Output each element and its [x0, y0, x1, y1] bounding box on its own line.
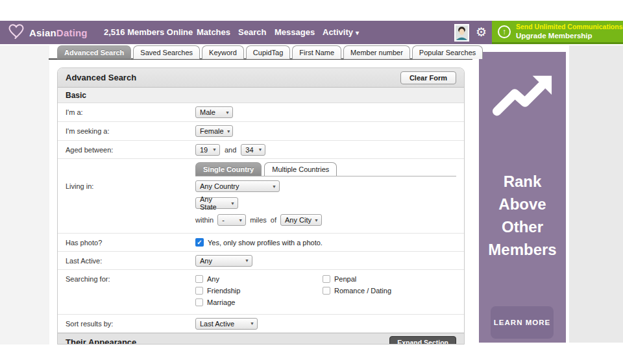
- seeking-select[interactable]: Female ▼: [195, 125, 233, 137]
- checkbox-penpal[interactable]: [323, 275, 330, 283]
- within-label: within: [195, 216, 214, 224]
- searching-for-column-1: Any Friendship Marriage: [195, 275, 323, 306]
- dropdown-arrow-icon: ▼: [225, 110, 230, 115]
- searching-for-row: Searching for: Any Friendship Marriage: [58, 270, 464, 315]
- upgrade-arrow-icon: ↑: [498, 25, 511, 38]
- country-select[interactable]: Any Country ▼: [195, 180, 280, 192]
- rank-above-members-ad[interactable]: Rank Above Other Members LEARN MORE: [479, 52, 566, 343]
- nav-search[interactable]: Search: [238, 21, 266, 44]
- tab-popular-searches[interactable]: Popular Searches: [412, 45, 483, 59]
- im-a-label: I'm a:: [66, 108, 195, 116]
- within-miles-row: within - ▼ miles of Any City ▼: [195, 214, 322, 226]
- dropdown-arrow-icon: ▼: [245, 258, 249, 263]
- has-photo-label: Has photo?: [66, 239, 195, 247]
- has-photo-checkbox[interactable]: ✓: [195, 238, 204, 247]
- ad-headline: Rank Above Other Members: [479, 170, 566, 261]
- tab-first-name[interactable]: First Name: [292, 45, 341, 59]
- country-mode-tab-bar: Single Country Multiple Countries: [195, 162, 456, 176]
- dropdown-arrow-icon: ▼: [250, 321, 254, 326]
- sort-results-select[interactable]: Last Active ▼: [195, 318, 258, 330]
- section-their-appearance-header: Their Appearance Expand Section: [58, 333, 464, 344]
- search-type-tab-bar: Advanced Search Saved Searches Keyword C…: [57, 45, 483, 59]
- nav-messages[interactable]: Messages: [275, 21, 315, 44]
- checkbox-marriage[interactable]: [195, 298, 203, 306]
- checkbox-any[interactable]: [195, 275, 203, 283]
- nav-matches[interactable]: Matches: [197, 21, 230, 44]
- upgrade-membership-button[interactable]: ↑ Send Unlimited Communications Upgrade …: [492, 21, 623, 44]
- page-background-left: [0, 45, 49, 345]
- promo-line1: Send Unlimited Communications: [516, 23, 623, 31]
- has-photo-text: Yes, only show profiles with a photo.: [208, 239, 323, 247]
- aged-between-label: Aged between:: [66, 146, 195, 154]
- last-active-label: Last Active:: [66, 257, 195, 265]
- tab-multiple-countries[interactable]: Multiple Countries: [264, 162, 337, 176]
- aged-conjunction: and: [225, 146, 236, 154]
- dropdown-arrow-icon: ▼: [226, 129, 231, 134]
- last-active-row: Last Active: Any ▼: [58, 252, 464, 270]
- seeking-row: I'm seeking a: Female ▼: [58, 122, 464, 141]
- city-select[interactable]: Any City ▼: [280, 214, 322, 226]
- last-active-select[interactable]: Any ▼: [195, 255, 252, 267]
- dropdown-arrow-icon: ▼: [238, 218, 243, 223]
- tab-member-number[interactable]: Member number: [343, 45, 410, 59]
- dropdown-arrow-icon: ▼: [212, 147, 217, 152]
- has-photo-row: Has photo? ✓ Yes, only show profiles wit…: [58, 234, 464, 252]
- brand-logo[interactable]: AsianDating: [8, 21, 88, 44]
- tab-saved-searches[interactable]: Saved Searches: [133, 45, 200, 59]
- of-label: of: [271, 216, 276, 224]
- distance-select[interactable]: - ▼: [217, 214, 246, 226]
- sort-results-label: Sort results by:: [66, 320, 195, 328]
- age-max-select[interactable]: 34 ▼: [241, 144, 265, 156]
- promo-line2: Upgrade Membership: [516, 31, 623, 40]
- living-in-label: Living in:: [66, 182, 195, 190]
- expand-section-button[interactable]: Expand Section: [389, 336, 456, 344]
- tab-advanced-search[interactable]: Advanced Search: [57, 45, 131, 59]
- checkbox-friendship[interactable]: [195, 287, 203, 295]
- avatar-photo: [456, 25, 468, 40]
- searching-for-label: Searching for:: [66, 275, 195, 283]
- dropdown-arrow-icon: ▼: [258, 147, 262, 152]
- members-online-counter[interactable]: 2,516 Members Online: [104, 21, 193, 44]
- brand-name: AsianDating: [29, 27, 88, 38]
- living-in-row: Living in: Single Country Multiple Count…: [58, 159, 464, 234]
- sort-results-row: Sort results by: Last Active ▼: [58, 315, 464, 333]
- top-navigation-bar: AsianDating 2,516 Members Online Matches…: [0, 21, 623, 44]
- clear-form-button[interactable]: Clear Form: [400, 71, 456, 84]
- chevron-down-icon: ▾: [356, 29, 359, 36]
- miles-label: miles: [250, 216, 267, 224]
- age-min-select[interactable]: 19 ▼: [195, 144, 220, 156]
- searching-for-column-2: Penpal Romance / Dating: [323, 275, 391, 295]
- user-avatar[interactable]: [454, 24, 469, 42]
- checkbox-romance-dating[interactable]: [323, 287, 330, 295]
- dropdown-arrow-icon: ▼: [272, 184, 276, 189]
- state-select[interactable]: Any State ▼: [195, 197, 238, 209]
- im-a-row: I'm a: Male ▼: [58, 103, 464, 122]
- asiandating-advanced-search-page: AsianDating 2,516 Members Online Matches…: [0, 0, 623, 364]
- heart-icon: [8, 23, 25, 42]
- tab-keyword[interactable]: Keyword: [202, 45, 244, 59]
- tab-cupidtag[interactable]: CupidTag: [246, 45, 290, 59]
- trending-up-icon: [491, 69, 554, 123]
- nav-activity-dropdown[interactable]: Activity▾: [323, 21, 359, 44]
- their-appearance-title: Their Appearance: [66, 337, 136, 344]
- advanced-search-form: Advanced Search Clear Form Basic I'm a: …: [57, 67, 465, 345]
- seeking-label: I'm seeking a:: [66, 127, 195, 135]
- form-title: Advanced Search: [66, 73, 136, 82]
- form-header: Advanced Search Clear Form: [58, 68, 464, 88]
- dropdown-arrow-icon: ▼: [230, 201, 235, 206]
- im-a-select[interactable]: Male ▼: [195, 106, 233, 118]
- aged-between-row: Aged between: 19 ▼ and 34 ▼: [58, 141, 464, 159]
- page-background-right: [569, 45, 623, 343]
- check-icon: ✓: [197, 239, 202, 246]
- tab-single-country[interactable]: Single Country: [195, 162, 262, 176]
- learn-more-button[interactable]: LEARN MORE: [491, 306, 554, 339]
- dropdown-arrow-icon: ▼: [314, 218, 319, 223]
- gear-icon[interactable]: ⚙: [476, 21, 487, 44]
- section-basic-header: Basic: [58, 88, 464, 103]
